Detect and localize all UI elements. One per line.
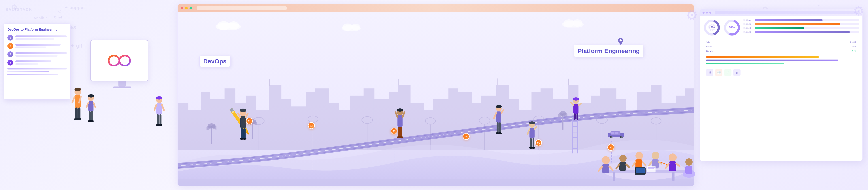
svg-rect-171 xyxy=(602,164,610,173)
svg-line-13 xyxy=(93,102,95,107)
milestone-dot-01: 01 xyxy=(246,118,253,125)
grid-icon-4: ◈ xyxy=(733,69,741,76)
data-table: Total 24,380 Active 71.9% Growth +12.4% xyxy=(703,40,859,53)
step-num-1: 1 xyxy=(7,35,13,40)
palm-tree-3 xyxy=(558,109,567,130)
svg-rect-131 xyxy=(241,128,243,139)
grid-icon-1: ⚙ xyxy=(706,69,713,76)
svg-line-22 xyxy=(162,104,164,110)
titlebar-dot-green xyxy=(189,7,192,9)
svg-point-186 xyxy=(669,153,677,161)
person-right-scene xyxy=(493,104,504,139)
grid-icon-2: 📊 xyxy=(715,69,722,76)
svg-point-127 xyxy=(240,108,246,112)
data-row-active: Active 71.9% xyxy=(706,44,856,49)
svg-rect-169 xyxy=(672,172,675,181)
svg-rect-179 xyxy=(636,159,642,168)
svg-point-134 xyxy=(243,138,246,140)
devops-label-box: DevOps xyxy=(199,56,230,67)
bg-logo-circle-left-1: ⚙ xyxy=(11,3,18,11)
milestone-03: 03 xyxy=(391,128,398,134)
right-panel-titlebar xyxy=(700,9,862,16)
svg-point-105 xyxy=(563,19,574,27)
step-num-3: 3 xyxy=(7,52,13,57)
svg-rect-175 xyxy=(619,162,626,171)
bg-logo-puppet: ✦ puppet xyxy=(64,5,85,10)
svg-point-182 xyxy=(652,152,659,159)
svg-rect-11 xyxy=(88,101,93,112)
bar-chart-area: Metric A Metric B Metric C xyxy=(743,19,859,35)
svg-rect-168 xyxy=(613,172,615,181)
left-document-panel: DevOps to Platform Engineering 1 2 3 4 xyxy=(4,24,70,99)
svg-rect-23 xyxy=(157,114,159,125)
bar-row-2: Metric B xyxy=(743,23,859,25)
titlebar-dot-red xyxy=(181,7,183,9)
svg-line-203 xyxy=(527,129,529,134)
svg-rect-195 xyxy=(636,168,645,173)
svg-line-3 xyxy=(72,97,75,102)
bg-logo-ansible: Ansible xyxy=(33,16,48,20)
svg-rect-128 xyxy=(240,116,246,128)
person-on-ladder xyxy=(570,97,582,121)
svg-rect-73 xyxy=(497,78,498,86)
svg-rect-192 xyxy=(685,165,692,174)
panel-row-1: 1 xyxy=(7,35,67,40)
svg-point-17 xyxy=(90,120,94,122)
icon-grid: ⚙ 📊 ✓ ◈ xyxy=(703,69,859,76)
svg-rect-196 xyxy=(647,166,655,172)
step-num-2: 2 xyxy=(7,43,13,49)
svg-rect-132 xyxy=(243,128,246,139)
gear-icon-far-right: ⚙ xyxy=(853,4,864,19)
svg-point-109 xyxy=(351,24,360,30)
left-panel-title: DevOps to Platform Engineering xyxy=(7,28,67,31)
milestone-dot-03: 03 xyxy=(391,128,398,134)
svg-rect-110 xyxy=(211,126,212,145)
step-num-4: 4 xyxy=(7,60,13,65)
svg-point-170 xyxy=(602,156,610,164)
svg-point-102 xyxy=(217,21,230,30)
right-panel-dot-3 xyxy=(709,11,711,13)
svg-rect-205 xyxy=(530,138,532,148)
person-arms-up xyxy=(395,108,405,142)
person-pointing-right xyxy=(527,121,537,154)
svg-line-21 xyxy=(154,104,156,110)
svg-rect-72 xyxy=(398,79,399,86)
svg-rect-146 xyxy=(574,104,579,114)
svg-text:57%: 57% xyxy=(729,26,735,29)
svg-point-190 xyxy=(685,158,692,165)
bar-row-1: Metric A xyxy=(743,19,859,21)
svg-point-178 xyxy=(636,152,643,159)
right-panel-dot-1 xyxy=(703,11,705,13)
monitor-left xyxy=(90,40,154,91)
bg-logo-chef: Chef xyxy=(54,15,62,19)
monitor-screen xyxy=(90,40,148,82)
donut-chart-2: 57% xyxy=(723,19,741,37)
svg-rect-118 xyxy=(562,114,563,130)
svg-point-152 xyxy=(496,105,502,108)
bg-logo-circle-center: ○ xyxy=(58,8,62,15)
svg-point-8 xyxy=(77,118,81,120)
milestone-dot-04: 04 xyxy=(463,133,470,140)
secondary-bars xyxy=(703,56,859,66)
svg-rect-14 xyxy=(89,111,91,121)
data-row-growth: Growth +12.4% xyxy=(706,49,856,53)
panel-row-4: 4 xyxy=(7,60,67,65)
meeting-scene xyxy=(591,134,696,185)
svg-line-130 xyxy=(246,114,248,117)
svg-rect-149 xyxy=(574,114,576,120)
milestone-dot-02: 02 xyxy=(308,122,315,129)
palm-tree-1 xyxy=(207,121,216,145)
milestone-02: 02 xyxy=(308,122,315,129)
svg-rect-114 xyxy=(252,122,253,139)
cloud-3 xyxy=(340,22,362,31)
milestone-01: 01 xyxy=(246,118,253,125)
grid-icon-3: ✓ xyxy=(724,69,732,76)
svg-line-147 xyxy=(571,102,574,105)
svg-point-106 xyxy=(573,19,582,27)
svg-rect-150 xyxy=(577,114,578,120)
svg-rect-140 xyxy=(398,127,400,137)
milestone-dot-06: 06 xyxy=(608,144,614,151)
cloud-2 xyxy=(560,18,586,28)
person-left-panel xyxy=(71,87,84,127)
svg-rect-24 xyxy=(159,114,161,125)
